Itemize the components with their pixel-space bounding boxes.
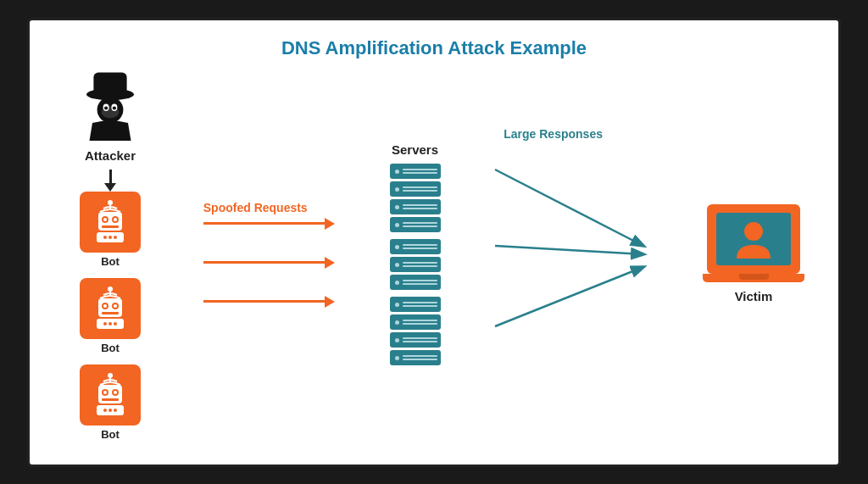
svg-point-14: [114, 218, 117, 221]
svg-rect-1: [93, 73, 126, 96]
bot-3: Bot: [80, 364, 141, 441]
bot-3-icon: [88, 373, 132, 417]
large-responses-section: Large Responses: [487, 110, 665, 398]
attacker-section: Attacker: [64, 67, 157, 192]
attacker-down-arrow: [104, 170, 116, 192]
server-3b: [390, 314, 441, 330]
server-1b-dot: [395, 187, 399, 192]
server-group-1: [390, 164, 441, 232]
main-layout: Attacker: [47, 75, 821, 434]
server-2a-dot: [395, 245, 399, 249]
svg-point-29: [103, 322, 107, 325]
svg-point-41: [103, 409, 107, 412]
svg-point-37: [103, 391, 107, 394]
svg-point-19: [114, 236, 117, 239]
arrow-line-1: [203, 222, 325, 225]
bot-1-box: [80, 192, 141, 253]
large-responses-label: Large Responses: [504, 127, 603, 141]
svg-point-33: [108, 373, 113, 378]
server-3a: [390, 297, 441, 312]
spoofed-requests-label: Spoofed Requests: [203, 201, 308, 214]
servers-title: Servers: [392, 142, 438, 157]
svg-point-18: [108, 236, 112, 239]
server-1a-dot: [395, 170, 399, 174]
svg-point-30: [108, 322, 112, 325]
svg-line-44: [495, 170, 643, 246]
spoofed-arrow-1: [203, 218, 335, 230]
server-3d-dot: [395, 356, 399, 360]
server-2a: [390, 239, 441, 254]
svg-point-31: [114, 322, 117, 325]
server-3c: [390, 332, 441, 348]
laptop: [703, 204, 804, 282]
laptop-screen-outer: [707, 204, 800, 274]
bot-3-label: Bot: [101, 428, 120, 441]
svg-point-25: [103, 304, 107, 308]
svg-point-42: [108, 409, 112, 412]
response-arrows-svg: [487, 144, 665, 398]
svg-point-9: [108, 200, 113, 205]
svg-point-21: [108, 287, 113, 292]
diagram-title: DNS Amplification Attack Example: [47, 37, 821, 59]
server-3c-dot: [395, 338, 399, 342]
svg-line-45: [495, 246, 643, 254]
svg-rect-39: [102, 398, 119, 401]
spoofed-arrows-section: Spoofed Requests: [195, 201, 343, 308]
victim-label: Victim: [735, 289, 773, 303]
svg-rect-15: [102, 225, 119, 228]
svg-point-13: [103, 218, 107, 221]
server-1b: [390, 181, 441, 197]
laptop-base: [703, 274, 804, 282]
bot-1: Bot: [80, 192, 141, 268]
bot-3-box: [80, 364, 141, 426]
svg-point-43: [114, 409, 117, 412]
svg-point-7: [113, 106, 116, 109]
server-2c-dot: [395, 281, 399, 285]
server-group-2: [390, 239, 441, 290]
attacker-label: Attacker: [85, 148, 136, 163]
server-1c: [390, 199, 441, 214]
server-2b: [390, 257, 441, 272]
laptop-screen-inner: [716, 213, 791, 265]
arrow-line-3: [203, 300, 325, 303]
server-2b-dot: [395, 263, 399, 267]
server-3a-dot: [395, 303, 399, 307]
attacker-bots-col: Attacker: [64, 67, 157, 441]
server-3d: [390, 350, 441, 365]
spoofed-arrow-2: [203, 257, 335, 269]
svg-rect-27: [102, 312, 119, 314]
svg-point-38: [114, 391, 117, 394]
svg-point-47: [744, 222, 763, 241]
arrow-line-2: [203, 261, 325, 264]
server-1d: [390, 217, 441, 232]
servers-section: Servers: [381, 142, 449, 365]
bot-1-label: Bot: [101, 255, 120, 268]
laptop-stand: [739, 274, 769, 280]
victim-person-icon: [728, 216, 779, 263]
bot-1-icon: [88, 200, 132, 244]
bot-2-label: Bot: [101, 342, 120, 354]
server-1a: [390, 164, 441, 179]
attacker-icon: [81, 67, 140, 143]
svg-point-17: [103, 236, 107, 239]
svg-point-6: [104, 106, 108, 109]
bots-column: Bot: [68, 192, 153, 441]
arrow-head-3: [325, 296, 335, 308]
server-2c: [390, 275, 441, 290]
server-group-3: [390, 297, 441, 365]
server-1c-dot: [395, 205, 399, 209]
svg-point-26: [114, 304, 117, 308]
bot-2-icon: [88, 287, 132, 331]
bot-2: Bot: [80, 278, 141, 354]
victim-section: Victim: [703, 204, 804, 303]
spoofed-arrow-3: [203, 296, 335, 308]
bot-2-box: [80, 278, 141, 339]
server-3b-dot: [395, 320, 399, 325]
server-1d-dot: [395, 223, 399, 227]
server-groups: [390, 164, 441, 365]
svg-line-46: [495, 267, 643, 326]
arrow-head-2: [325, 257, 335, 269]
diagram-container: DNS Amplification Attack Example: [27, 18, 841, 467]
arrow-head-1: [325, 218, 335, 230]
